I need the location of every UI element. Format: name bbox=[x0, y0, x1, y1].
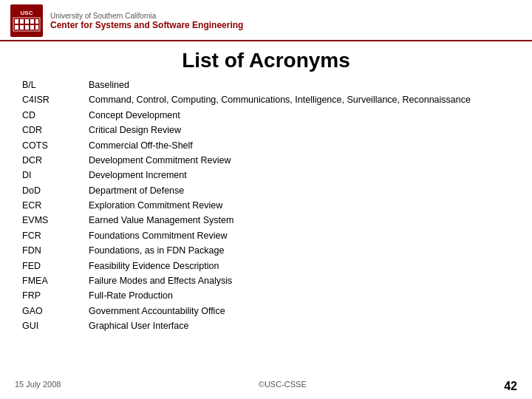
acronym-row: CDConcept Development bbox=[22, 109, 510, 123]
acronym-key: EVMS bbox=[22, 214, 89, 228]
acronym-key: CD bbox=[22, 109, 89, 123]
acronym-row: COTSCommercial Off-the-Shelf bbox=[22, 139, 510, 153]
acronym-key: DoD bbox=[22, 184, 89, 198]
acronym-value: Development Increment bbox=[89, 168, 187, 183]
svg-rect-6 bbox=[30, 19, 34, 24]
page-footer: 15 July 2008 ©USC-CSSE 42 bbox=[0, 380, 532, 393]
acronym-row: DCRDevelopment Commitment Review bbox=[22, 154, 510, 168]
acronym-value: Feasibility Evidence Description bbox=[89, 259, 219, 273]
acronym-key: C4ISR bbox=[22, 93, 89, 107]
svg-rect-8 bbox=[15, 25, 18, 30]
acronym-row: CDRCritical Design Review bbox=[22, 123, 510, 137]
acronym-row: EVMSEarned Value Management System bbox=[22, 214, 510, 228]
acronym-key: DCR bbox=[22, 154, 89, 168]
acronym-key: GAO bbox=[22, 304, 89, 318]
svg-rect-7 bbox=[35, 19, 38, 24]
acronym-key: DI bbox=[22, 168, 89, 183]
acronym-value: Government Accountability Office bbox=[89, 304, 225, 318]
acronym-value: Failure Modes and Effects Analysis bbox=[89, 274, 232, 288]
page-header: USC University of Southern California Ce… bbox=[0, 0, 532, 41]
acronym-value: Department of Defense bbox=[89, 184, 184, 198]
header-text: University of Southern California Center… bbox=[50, 12, 243, 30]
acronym-key: FED bbox=[22, 259, 89, 273]
acronym-row: FEDFeasibility Evidence Description bbox=[22, 259, 510, 273]
acronym-key: FCR bbox=[22, 229, 89, 243]
acronym-value: Foundations Commitment Review bbox=[89, 229, 228, 243]
acronym-row: B/LBaselined bbox=[22, 78, 510, 92]
footer-copyright: ©USC-CSSE bbox=[259, 380, 307, 393]
acronym-value: Foundations, as in FDN Package bbox=[89, 244, 224, 258]
acronym-value: Critical Design Review bbox=[89, 123, 181, 137]
acronym-value: Baselined bbox=[89, 78, 129, 92]
university-label: University of Southern California bbox=[50, 12, 243, 20]
acronym-key: ECR bbox=[22, 199, 89, 213]
acronym-value: Commercial Off-the-Shelf bbox=[89, 139, 193, 153]
acronym-row: FDNFoundations, as in FDN Package bbox=[22, 244, 510, 258]
footer-date: 15 July 2008 bbox=[15, 380, 61, 393]
acronym-key: FRP bbox=[22, 289, 89, 303]
acronym-value: Earned Value Management System bbox=[89, 214, 233, 228]
acronyms-content: B/LBaselinedC4ISRCommand, Control, Compu… bbox=[0, 78, 532, 333]
acronym-row: ECRExploration Commitment Review bbox=[22, 199, 510, 213]
acronym-row: FCRFoundations Commitment Review bbox=[22, 229, 510, 243]
acronym-row: FMEAFailure Modes and Effects Analysis bbox=[22, 274, 510, 288]
center-label: Center for Systems and Software Engineer… bbox=[50, 20, 243, 30]
svg-rect-12 bbox=[35, 25, 38, 30]
svg-rect-10 bbox=[25, 25, 29, 30]
usc-logo: USC bbox=[10, 4, 43, 37]
acronym-value: Command, Control, Computing, Communicati… bbox=[89, 93, 471, 107]
svg-rect-11 bbox=[30, 25, 34, 30]
svg-text:USC: USC bbox=[21, 10, 33, 16]
acronym-row: DIDevelopment Increment bbox=[22, 168, 510, 183]
acronym-value: Exploration Commitment Review bbox=[89, 199, 222, 213]
acronym-row: FRPFull-Rate Production bbox=[22, 289, 510, 303]
acronym-row: DoDDepartment of Defense bbox=[22, 184, 510, 198]
svg-rect-4 bbox=[20, 19, 24, 24]
svg-rect-3 bbox=[15, 19, 18, 24]
footer-page: 42 bbox=[504, 380, 517, 393]
acronym-key: B/L bbox=[22, 78, 89, 92]
svg-rect-9 bbox=[20, 25, 24, 30]
acronym-value: Concept Development bbox=[89, 109, 180, 123]
acronym-row: GAOGovernment Accountability Office bbox=[22, 304, 510, 318]
acronym-key: FDN bbox=[22, 244, 89, 258]
acronym-value: Development Commitment Review bbox=[89, 154, 231, 168]
svg-rect-5 bbox=[25, 19, 29, 24]
acronym-key: CDR bbox=[22, 123, 89, 137]
acronym-key: COTS bbox=[22, 139, 89, 153]
acronym-value: Full-Rate Production bbox=[89, 289, 173, 303]
acronym-key: FMEA bbox=[22, 274, 89, 288]
acronym-row: C4ISRCommand, Control, Computing, Commun… bbox=[22, 93, 510, 107]
acronym-key: GUI bbox=[22, 319, 89, 333]
acronym-value: Graphical User Interface bbox=[89, 319, 188, 333]
acronym-row: GUIGraphical User Interface bbox=[22, 319, 510, 333]
page-title: List of Acronyms bbox=[0, 49, 532, 72]
